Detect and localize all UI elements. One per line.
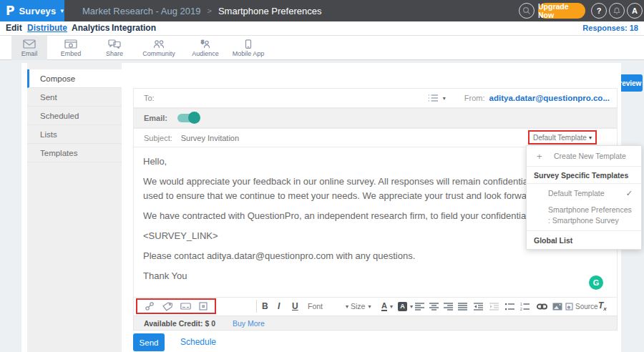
survey-nav: Edit Distribute Analytics Integration Re…: [0, 21, 644, 36]
numbered-list-button[interactable]: 12: [520, 299, 530, 313]
menu-item-create-new-template[interactable]: + Create New Template: [527, 146, 641, 167]
template-select[interactable]: Default Template ▾: [528, 130, 597, 145]
credit-bar: Available Credit: $ 0 Buy More: [133, 316, 618, 331]
responses-count[interactable]: Responses: 18: [582, 21, 638, 36]
align-left-button[interactable]: [415, 299, 425, 313]
chevron-down-icon: ▾: [368, 303, 371, 310]
text-color-letter: A: [381, 302, 387, 311]
create-new-template-label: Create New Template: [554, 152, 626, 160]
questionpro-logo-icon: P: [6, 4, 14, 19]
tag-icon[interactable]: [162, 302, 172, 311]
channel-tab-embed[interactable]: Embed: [52, 36, 89, 60]
from-address-link[interactable]: aditya.datar@questionpro.co...: [489, 94, 610, 102]
account-avatar[interactable]: A: [627, 3, 643, 19]
tab-distribute[interactable]: Distribute: [27, 21, 67, 36]
product-name: Surveys: [19, 6, 56, 16]
buy-more-link[interactable]: Buy More: [233, 319, 265, 328]
insert-link-icon[interactable]: [145, 301, 155, 311]
align-justify-button[interactable]: [458, 299, 468, 313]
distribute-channels-bar: Email Embed Share Community $ Audience: [0, 36, 644, 60]
body-line: Thank You: [143, 269, 612, 283]
size-label: Size: [351, 302, 365, 311]
template-name-line1: Smartphone Preferences: [548, 205, 641, 215]
text-color-button[interactable]: A ▾: [381, 299, 393, 313]
align-center-button[interactable]: [429, 299, 439, 313]
sidebar-item-sent[interactable]: Sent: [27, 88, 122, 107]
help-button[interactable]: ?: [591, 3, 607, 19]
channel-label: Email: [21, 50, 38, 57]
smartphone-icon: [242, 39, 255, 49]
chevron-down-icon: ▾: [346, 303, 348, 310]
increase-indent-button-disabled[interactable]: [489, 299, 499, 313]
source-label: Source: [575, 303, 598, 311]
search-button[interactable]: [519, 3, 535, 19]
breadcrumb-separator-icon: >: [207, 6, 211, 15]
embed-survey-icon[interactable]: [199, 302, 208, 311]
font-dropdown[interactable]: Font ▾: [308, 299, 348, 313]
decrease-indent-button[interactable]: [474, 299, 484, 313]
background-color-button[interactable]: A ▾: [398, 299, 413, 313]
schedule-link[interactable]: Schedule: [180, 337, 216, 347]
plus-icon: +: [537, 146, 542, 167]
italic-button[interactable]: I: [278, 299, 280, 313]
default-template-label: Default Template: [548, 189, 605, 197]
italic-label: I: [278, 301, 280, 311]
source-button[interactable]: o Source: [565, 299, 598, 313]
hyperlink-button[interactable]: [537, 299, 547, 313]
bold-button[interactable]: B: [262, 299, 268, 313]
to-row[interactable]: To: ▾ From: aditya.datar@questionpro.co.…: [133, 88, 618, 108]
toolbar-divider: [256, 300, 257, 313]
sidebar-item-lists[interactable]: Lists: [27, 125, 122, 144]
breadcrumb: Market Research - Aug 2019 > Smartphone …: [82, 0, 321, 21]
align-right-button[interactable]: [444, 299, 454, 313]
chevron-down-icon: ▾: [410, 303, 413, 310]
grammarly-badge[interactable]: G: [589, 275, 603, 290]
size-dropdown[interactable]: Size ▾: [351, 299, 371, 313]
svg-text:1: 1: [520, 303, 522, 306]
envelope-icon: [23, 39, 36, 49]
email-toggle-row: Email:: [133, 108, 618, 128]
source-doc-icon: o: [565, 303, 573, 311]
breadcrumb-survey-name: Smartphone Preferences: [218, 6, 322, 16]
tab-integration[interactable]: Integration: [112, 21, 156, 36]
avatar-letter: A: [632, 6, 638, 15]
channel-label: Embed: [61, 50, 82, 57]
channel-tab-share[interactable]: Share: [96, 36, 133, 60]
sidebar-item-compose[interactable]: Compose: [27, 69, 122, 88]
channel-label: Mobile App: [233, 50, 265, 57]
channel-tab-mobile-app[interactable]: Mobile App: [226, 36, 270, 60]
menu-section-global-list[interactable]: Global List: [527, 230, 641, 249]
underline-button[interactable]: U: [292, 299, 298, 313]
svg-text:2: 2: [520, 308, 522, 311]
upgrade-now-button[interactable]: Upgrade Now: [538, 3, 585, 19]
community-people-icon: [152, 39, 165, 49]
from-label: From:: [464, 94, 485, 102]
channel-tab-email[interactable]: Email: [11, 36, 47, 60]
body-line: Please contact aditya.datar@questionpro.…: [143, 249, 612, 263]
tab-analytics[interactable]: Analytics: [72, 21, 109, 36]
channel-tab-community[interactable]: Community: [137, 36, 180, 60]
available-credit-label: Available Credit: $ 0: [144, 319, 215, 328]
subject-value[interactable]: Survey Invitation: [181, 134, 239, 142]
send-button[interactable]: Send: [133, 333, 165, 351]
channel-tab-audience[interactable]: $ Audience: [186, 36, 225, 60]
channel-label: Share: [106, 50, 123, 57]
sidebar-item-scheduled[interactable]: Scheduled: [27, 107, 122, 125]
notifications-button[interactable]: [609, 3, 625, 19]
remove-format-button[interactable]: Tx: [598, 299, 607, 313]
bulleted-list-button[interactable]: [505, 299, 515, 313]
template-name-line2: : Smartphone Survey: [548, 215, 641, 226]
insert-image-button[interactable]: [552, 299, 562, 313]
list-caret-icon[interactable]: ▾: [443, 95, 446, 102]
surveys-menu[interactable]: P Surveys ▾: [0, 0, 64, 21]
contact-list-icon[interactable]: [428, 94, 439, 102]
sidebar-item-templates[interactable]: Templates: [27, 144, 122, 162]
mail-merge-field-icon[interactable]: [180, 303, 191, 310]
menu-item-smartphone-preferences-template[interactable]: Smartphone Preferences : Smartphone Surv…: [527, 202, 641, 230]
tab-edit[interactable]: Edit: [6, 21, 22, 36]
chevron-down-icon: ▾: [60, 7, 64, 14]
menu-item-default-template[interactable]: Default Template ✓: [527, 184, 641, 202]
email-toggle[interactable]: [177, 114, 199, 122]
question-icon: ?: [597, 6, 602, 15]
breadcrumb-folder[interactable]: Market Research - Aug 2019: [82, 6, 200, 16]
